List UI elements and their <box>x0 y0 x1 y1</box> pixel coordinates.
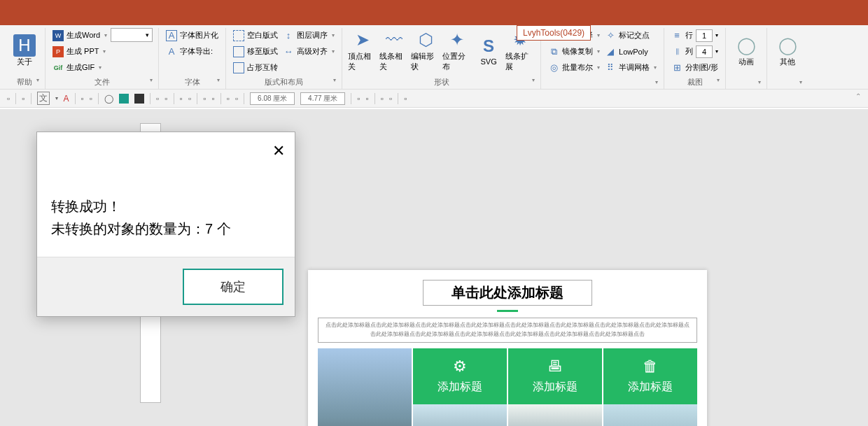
qat-item[interactable]: ▫ <box>389 94 392 104</box>
qat-item[interactable]: ◯ <box>104 94 113 104</box>
card-cell[interactable]: 🗑添加标题 <box>603 348 697 426</box>
gen-word-button[interactable]: W生成Word <box>51 28 108 43</box>
row-icon: ≡ <box>671 30 682 41</box>
layer-icon: ↕ <box>283 30 294 41</box>
svg-button[interactable]: SSVG <box>474 28 503 73</box>
mirror-icon: ⧉ <box>548 46 559 57</box>
font-color-button[interactable]: A <box>64 94 69 104</box>
other-icon: ◯ <box>776 34 799 57</box>
subtitle-placeholder[interactable]: 点击此处添加标题点击此处添加标题点击此处添加标题点击此处添加标题点击此处添加标题… <box>318 318 697 343</box>
mirror-label: 镜像复制 <box>562 46 593 57</box>
card-cell[interactable]: 🖶添加标题 <box>508 348 602 426</box>
ok-button[interactable]: 确定 <box>183 269 284 305</box>
qat-item[interactable]: ▫ <box>164 94 167 104</box>
font-indicator[interactable]: 文 <box>37 92 50 105</box>
blank-icon <box>233 30 244 41</box>
qat-item[interactable]: ▫ <box>381 94 384 104</box>
card-image <box>413 404 507 426</box>
bool-icon: ◎ <box>548 62 559 73</box>
qat-item[interactable]: ▫ <box>7 94 10 104</box>
qat-item[interactable]: ▫ <box>180 94 183 104</box>
group-file-label: 文件 <box>51 76 153 89</box>
group-shape-label: 形状 <box>348 76 535 89</box>
group-crop-label: 裁图 <box>670 76 720 89</box>
file-dropdown[interactable]: ▾ <box>111 28 153 42</box>
quick-access-toolbar: ▫ ▫ 文▾ A ▫ ▫ ◯ ▫ ▫ ▫ ▫ ▫ ▫ ▫ ▫ 6.08 厘米 4… <box>0 90 868 108</box>
word-icon: W <box>52 30 64 41</box>
row-input[interactable] <box>696 29 713 42</box>
gen-gif-button[interactable]: Gif生成GIF <box>51 60 108 75</box>
batch-bool-button[interactable]: ◎批量布尔 <box>547 60 601 75</box>
gen-gif-label: 生成GIF <box>66 62 94 73</box>
other-button[interactable]: ◯其他 <box>773 28 802 73</box>
dialog: ✕ 转换成功！ 未转换的对象的数量为：7 个 确定 <box>36 132 295 317</box>
qat-item[interactable]: ▫ <box>22 94 24 104</box>
layer-label: 图层调序 <box>297 30 328 41</box>
col-icon: ⦀ <box>671 46 682 57</box>
col-button[interactable]: ⦀列 ▾ <box>670 44 720 59</box>
about-icon: H <box>13 34 36 57</box>
lowpoly-button[interactable]: ◢LowPoly <box>603 44 658 59</box>
qat-item[interactable]: ▫ <box>188 94 191 104</box>
qat-item[interactable]: ▫ <box>81 94 84 104</box>
color-swatch[interactable] <box>119 94 129 104</box>
distribute-button[interactable]: ✦位置分布 <box>442 28 472 73</box>
gen-ppt-button[interactable]: P生成 PPT <box>51 44 108 59</box>
swap-shape-button[interactable]: 占形互转 <box>232 60 279 75</box>
split-icon: ⊞ <box>671 62 682 73</box>
mirror-copy-button[interactable]: ⧉镜像复制 <box>547 44 601 59</box>
collapse-ribbon-button[interactable]: ⌃ <box>855 92 861 100</box>
height-input[interactable]: 4.77 厘米 <box>300 92 345 105</box>
card-cell[interactable]: ⚙添加标题 <box>413 348 507 426</box>
line-icon: 〰 <box>383 29 405 51</box>
halftone-button[interactable]: ⠿半调网格 <box>603 60 658 75</box>
adv-align-button[interactable]: ↔高级对齐 <box>281 44 336 59</box>
qat-item[interactable]: ▫ <box>235 94 238 104</box>
expand-label: 线条扩展 <box>505 51 535 72</box>
svg-icon: S <box>477 35 500 57</box>
qat-item[interactable]: ▫ <box>227 94 230 104</box>
close-button[interactable]: ✕ <box>272 142 285 160</box>
slide-canvas[interactable]: 单击此处添加标题 点击此处添加标题点击此处添加标题点击此处添加标题点击此处添加标… <box>308 270 707 426</box>
qat-item[interactable]: ▫ <box>365 94 368 104</box>
line-button[interactable]: 〰线条相关 <box>379 28 409 73</box>
move-layout-button[interactable]: 移至版式 <box>232 44 279 59</box>
color-swatch[interactable] <box>134 94 144 104</box>
qat-item[interactable]: ▫ <box>357 94 360 104</box>
title-underline <box>497 310 518 312</box>
anim-button[interactable]: ◯动画 <box>732 28 761 73</box>
about-label: 关于 <box>17 57 32 67</box>
qat-item[interactable]: ▫ <box>203 94 206 104</box>
card-title: 添加标题 <box>438 380 482 395</box>
content-grid: ⚙添加标题 🖶添加标题 🗑添加标题 <box>318 348 697 426</box>
bool-label: 批量布尔 <box>562 62 593 73</box>
vertex-button[interactable]: ➤顶点相关 <box>348 28 377 73</box>
qat-item[interactable]: ▫ <box>156 94 159 104</box>
font-to-image-button[interactable]: A字体图片化 <box>164 28 220 43</box>
layer-order-button[interactable]: ↕图层调序 <box>281 28 336 43</box>
blank-layout-button[interactable]: 空白版式 <box>232 28 279 43</box>
col-input[interactable] <box>696 45 713 58</box>
group-layout-label: 版式和布局 <box>232 76 336 89</box>
split-button[interactable]: ⊞分割图/形 <box>670 60 720 75</box>
swap-label: 占形互转 <box>247 62 278 73</box>
qat-item[interactable]: ▫ <box>211 94 214 104</box>
anim-label: 动画 <box>738 57 754 67</box>
row-button[interactable]: ≡行 ▾ <box>670 28 720 43</box>
lowpoly-icon: ◢ <box>605 46 616 57</box>
gif-icon: Gif <box>52 62 64 73</box>
ppt-icon: P <box>52 46 64 57</box>
dist-icon: ✦ <box>446 29 468 51</box>
width-input[interactable]: 6.08 厘米 <box>250 92 295 105</box>
title-placeholder[interactable]: 单击此处添加标题 <box>423 280 592 306</box>
qat-item[interactable]: ▫ <box>404 94 407 104</box>
mark-cross-button[interactable]: ✧标记交点 <box>603 28 658 43</box>
edit-shape-button[interactable]: ⬡编辑形状 <box>411 28 440 73</box>
qat-item[interactable]: ▫ <box>90 94 92 104</box>
font-export-button[interactable]: A字体导出: <box>164 44 220 59</box>
addin-tag: LvyhTools(0429) <box>517 25 591 41</box>
about-button[interactable]: H 关于 <box>10 28 39 73</box>
dialog-footer: 确定 <box>37 257 295 316</box>
dist-label: 位置分布 <box>442 51 472 72</box>
image-cell[interactable] <box>318 348 412 426</box>
